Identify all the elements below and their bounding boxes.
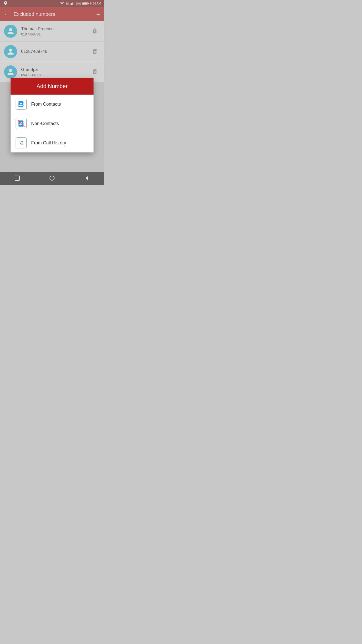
contacts-icon-wrap: [16, 99, 27, 110]
non-contacts-icon-wrap: [16, 118, 27, 129]
from-contacts-label: From Contacts: [31, 102, 61, 107]
add-number-modal: Add Number From Contacts: [11, 78, 94, 152]
from-call-history-label: From Call History: [31, 140, 66, 146]
svg-rect-8: [23, 102, 24, 103]
call-history-icon: [18, 139, 25, 146]
modal-item-from-contacts[interactable]: From Contacts: [11, 95, 94, 114]
non-contacts-icon: [18, 120, 25, 127]
svg-rect-13: [23, 121, 24, 122]
non-contacts-label: Non-Contacts: [31, 121, 59, 126]
modal-item-non-contacts[interactable]: Non-Contacts: [11, 114, 94, 133]
modal-title: Add Number: [36, 83, 68, 89]
modal-header: Add Number: [11, 78, 94, 95]
call-history-icon-wrap: [16, 137, 27, 148]
svg-rect-9: [23, 103, 24, 104]
modal-item-call-history[interactable]: From Call History: [11, 133, 94, 152]
svg-rect-10: [23, 105, 24, 106]
svg-point-18: [18, 140, 24, 146]
contacts-icon: [18, 101, 25, 108]
svg-rect-14: [23, 123, 24, 124]
svg-point-11: [20, 103, 22, 104]
